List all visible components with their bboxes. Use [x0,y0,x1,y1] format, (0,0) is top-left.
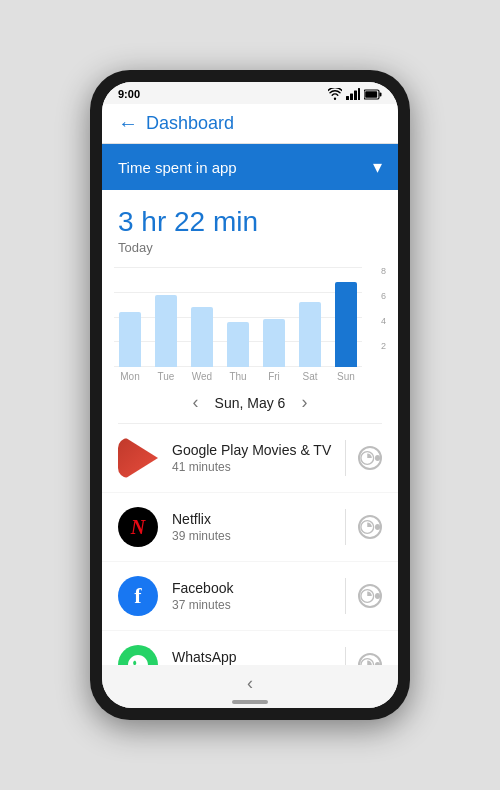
x-label-wed: Wed [186,371,218,382]
bottom-nav-indicator [232,700,268,704]
bar-fri-fill [263,319,285,367]
app-list: Google Play Movies & TV 41 minutes N [102,424,398,665]
bottom-back-button[interactable]: ‹ [247,673,253,694]
battery-icon [364,89,382,100]
chart-circle-icon [360,588,375,604]
netflix-info: Netflix 39 minutes [172,511,333,543]
date-nav: ‹ Sun, May 6 › [102,382,398,423]
next-date-button[interactable]: › [301,392,307,413]
whatsapp-logo [126,653,150,665]
list-item: Google Play Movies & TV 41 minutes [102,424,398,493]
svg-rect-1 [350,94,353,101]
section-header-label: Time spent in app [118,159,237,176]
chart-circle-icon [360,450,375,466]
y-label-6: 6 [381,292,386,301]
facebook-info: Facebook 37 minutes [172,580,333,612]
content-area: 3 hr 22 min Today [102,190,398,665]
signal-icon [346,88,360,100]
chart-container: 8 6 4 2 Mon Tue Wed Thu Fri Sat Sun [102,259,398,382]
bar-tue-fill [155,295,177,367]
phone-screen: 9:00 [102,82,398,708]
app-time-netflix: 39 minutes [172,529,333,543]
status-time: 9:00 [118,88,140,100]
time-period: Today [118,240,382,255]
x-label-sat: Sat [294,371,326,382]
chart-circle-icon [360,657,375,665]
app-name-facebook: Facebook [172,580,333,596]
bar-tue [150,267,182,367]
app-time-movies: 41 minutes [172,460,333,474]
back-button[interactable]: ← [118,112,138,135]
bar-thu-fill [227,322,249,367]
bar-sun-fill [335,282,357,367]
app-chart-button-whatsapp[interactable] [358,653,382,665]
app-name-netflix: Netflix [172,511,333,527]
chevron-down-icon: ▾ [373,156,382,178]
list-item: f Facebook 37 minutes [102,562,398,631]
whatsapp-info: WhatsApp 31 minutes [172,649,333,665]
y-label-4: 4 [381,317,386,326]
status-icons [328,88,382,100]
bar-sat [294,267,326,367]
app-separator [345,647,346,665]
app-chart-button-netflix[interactable] [358,515,382,539]
bar-wed-fill [191,307,213,367]
status-bar: 9:00 [102,82,398,104]
netflix-icon: N [118,507,158,547]
chart-y-axis: 8 6 4 2 [381,267,386,367]
time-summary: 3 hr 22 min Today [102,190,398,259]
bar-sat-fill [299,302,321,367]
bar-sun [330,267,362,367]
movies-info: Google Play Movies & TV 41 minutes [172,442,333,474]
x-label-sun: Sun [330,371,362,382]
bar-mon [114,267,146,367]
section-header[interactable]: Time spent in app ▾ [102,144,398,190]
app-separator [345,440,346,476]
app-chart-button-facebook[interactable] [358,584,382,608]
bar-wed [186,267,218,367]
chart-circle-icon [360,519,375,535]
current-date-label: Sun, May 6 [215,395,286,411]
app-name-movies: Google Play Movies & TV [172,442,333,458]
list-item: WhatsApp 31 minutes [102,631,398,665]
time-value: 3 hr 22 min [118,206,382,238]
bar-mon-fill [119,312,141,367]
wifi-icon [328,88,342,100]
facebook-icon: f [118,576,158,616]
bar-fri [258,267,290,367]
whatsapp-icon [118,645,158,665]
y-label-2: 2 [381,342,386,351]
x-label-thu: Thu [222,371,254,382]
app-name-whatsapp: WhatsApp [172,649,333,665]
prev-date-button[interactable]: ‹ [193,392,199,413]
nav-bar: ← Dashboard [102,104,398,144]
phone-frame: 9:00 [90,70,410,720]
svg-rect-2 [354,91,357,101]
svg-rect-0 [346,96,349,100]
x-label-tue: Tue [150,371,182,382]
bottom-nav: ‹ [102,665,398,708]
x-label-mon: Mon [114,371,146,382]
x-label-fri: Fri [258,371,290,382]
app-separator [345,509,346,545]
bar-thu [222,267,254,367]
y-label-8: 8 [381,267,386,276]
svg-rect-6 [365,91,377,98]
movies-icon [118,438,158,478]
page-title: Dashboard [146,113,234,134]
svg-rect-5 [380,92,382,96]
app-separator [345,578,346,614]
list-item: N Netflix 39 minutes [102,493,398,562]
app-time-facebook: 37 minutes [172,598,333,612]
app-chart-button-movies[interactable] [358,446,382,470]
svg-rect-3 [358,88,360,100]
chart-bars [114,267,386,367]
chart-x-axis: Mon Tue Wed Thu Fri Sat Sun [114,371,386,382]
